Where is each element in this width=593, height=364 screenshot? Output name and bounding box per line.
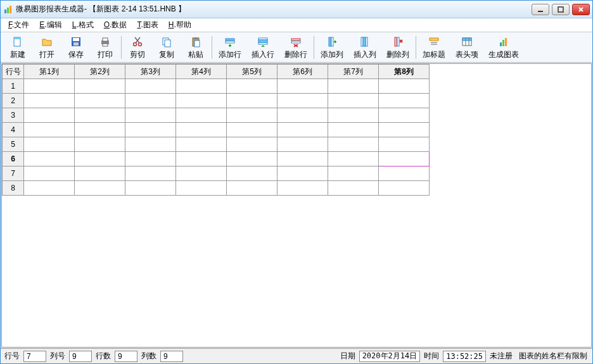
grid-cell[interactable]	[125, 166, 176, 181]
menu-edit[interactable]: E.编辑	[34, 18, 67, 32]
grid-cell[interactable]	[75, 79, 125, 94]
close-button[interactable]	[572, 4, 590, 15]
grid-cell[interactable]	[227, 94, 277, 108]
grid-cell[interactable]	[125, 94, 176, 108]
data-grid[interactable]: 行号第1列第2列第3列第4列第5列第6列第7列第8列12345678	[2, 64, 430, 196]
delete-row-button[interactable]: 删除行	[279, 34, 312, 61]
grid-cell[interactable]	[277, 94, 328, 108]
column-header[interactable]: 第1列	[24, 65, 75, 79]
grid-cell[interactable]	[24, 94, 75, 108]
menu-chart[interactable]: T.图表	[132, 18, 163, 32]
grid-cell[interactable]	[176, 79, 227, 94]
grid-cell[interactable]	[227, 123, 277, 137]
grid-cell[interactable]	[24, 123, 75, 137]
grid-cell[interactable]	[75, 108, 125, 123]
grid-cell[interactable]	[277, 166, 328, 181]
add-title-button[interactable]: 加标题	[418, 34, 450, 61]
column-header[interactable]: 第7列	[328, 65, 379, 79]
grid-cell[interactable]	[125, 152, 176, 166]
grid-cell[interactable]	[227, 79, 277, 94]
row-header[interactable]: 6	[3, 152, 24, 166]
column-header[interactable]: 第8列	[379, 65, 430, 79]
grid-cell[interactable]	[379, 94, 430, 108]
grid-cell[interactable]	[227, 137, 277, 152]
grid-cell[interactable]	[328, 123, 379, 137]
open-button[interactable]: 打开	[32, 34, 61, 61]
maximize-button[interactable]	[552, 4, 570, 15]
save-button[interactable]: 保存	[61, 34, 91, 61]
grid-cell[interactable]	[125, 108, 176, 123]
grid-cell[interactable]	[24, 152, 75, 166]
column-header[interactable]: 第4列	[176, 65, 227, 79]
grid-cell[interactable]	[24, 108, 75, 123]
grid-cell[interactable]	[24, 137, 75, 152]
grid-cell[interactable]	[277, 137, 328, 152]
print-button[interactable]: 打印	[91, 34, 120, 61]
row-header[interactable]: 5	[3, 137, 24, 152]
grid-cell[interactable]	[176, 137, 227, 152]
insert-row-button[interactable]: 插入行	[246, 34, 279, 61]
row-header[interactable]: 3	[3, 108, 24, 123]
grid-cell[interactable]	[125, 79, 176, 94]
workarea[interactable]: 行号第1列第2列第3列第4列第5列第6列第7列第8列12345678	[1, 63, 592, 348]
column-header[interactable]: 第6列	[277, 65, 328, 79]
grid-cell[interactable]	[328, 181, 379, 196]
cut-button[interactable]: 剪切	[123, 34, 152, 61]
grid-cell[interactable]	[379, 79, 430, 94]
grid-cell[interactable]	[176, 181, 227, 196]
row-header[interactable]: 7	[3, 166, 24, 181]
grid-cell[interactable]	[328, 94, 379, 108]
grid-cell[interactable]	[24, 181, 75, 196]
gen-chart-button[interactable]: 生成图表	[483, 34, 524, 61]
grid-cell[interactable]	[24, 79, 75, 94]
grid-cell[interactable]	[75, 137, 125, 152]
grid-cell[interactable]	[379, 181, 430, 196]
grid-cell[interactable]	[176, 123, 227, 137]
grid-cell[interactable]	[277, 79, 328, 94]
column-header[interactable]: 第5列	[227, 65, 277, 79]
minimize-button[interactable]	[532, 4, 549, 15]
grid-cell[interactable]	[277, 108, 328, 123]
grid-cell[interactable]	[328, 79, 379, 94]
grid-cell[interactable]	[75, 181, 125, 196]
row-header[interactable]: 2	[3, 94, 24, 108]
grid-cell[interactable]	[328, 166, 379, 181]
delete-col-button[interactable]: 删除列	[381, 34, 414, 61]
grid-cell[interactable]	[379, 123, 430, 137]
copy-button[interactable]: 复制	[152, 34, 181, 61]
grid-cell[interactable]	[176, 152, 227, 166]
grid-cell[interactable]	[75, 94, 125, 108]
insert-col-button[interactable]: 插入列	[348, 34, 381, 61]
row-header[interactable]: 8	[3, 181, 24, 196]
grid-cell[interactable]	[328, 152, 379, 166]
grid-cell[interactable]	[176, 108, 227, 123]
grid-cell[interactable]	[379, 137, 430, 152]
header-item-button[interactable]: 表头项	[450, 34, 483, 61]
grid-cell[interactable]	[75, 123, 125, 137]
grid-cell[interactable]	[75, 152, 125, 166]
paste-button[interactable]: 粘贴	[181, 34, 210, 61]
grid-cell[interactable]	[227, 181, 277, 196]
grid-cell[interactable]	[176, 94, 227, 108]
menu-data[interactable]: O.数据	[99, 18, 132, 32]
corner-cell[interactable]: 行号	[3, 65, 24, 79]
new-button[interactable]: 新建	[3, 34, 32, 61]
grid-cell[interactable]	[75, 166, 125, 181]
grid-cell[interactable]	[328, 108, 379, 123]
grid-cell[interactable]	[24, 166, 75, 181]
menu-help[interactable]: H.帮助	[163, 18, 196, 32]
menu-format[interactable]: L.格式	[67, 18, 99, 32]
grid-cell[interactable]	[125, 181, 176, 196]
grid-cell[interactable]	[125, 123, 176, 137]
column-header[interactable]: 第3列	[125, 65, 176, 79]
grid-cell[interactable]	[379, 152, 430, 166]
grid-cell[interactable]	[328, 137, 379, 152]
grid-cell[interactable]	[176, 166, 227, 181]
grid-cell[interactable]	[227, 166, 277, 181]
menu-file[interactable]: F.文件	[3, 18, 34, 32]
grid-cell[interactable]	[277, 123, 328, 137]
column-header[interactable]: 第2列	[75, 65, 125, 79]
add-col-button[interactable]: 添加列	[316, 34, 348, 61]
row-header[interactable]: 4	[3, 123, 24, 137]
row-header[interactable]: 1	[3, 79, 24, 94]
